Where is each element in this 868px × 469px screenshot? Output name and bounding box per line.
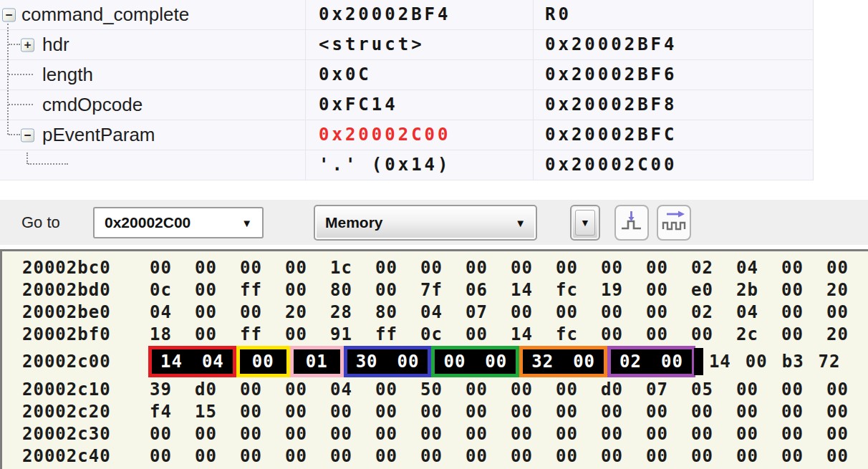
memory-byte[interactable]: 00: [240, 402, 285, 422]
memory-byte[interactable]: 00: [195, 258, 240, 278]
memory-byte[interactable]: 00: [285, 379, 330, 400]
memory-byte[interactable]: 28: [330, 302, 375, 322]
memory-byte[interactable]: 00: [511, 424, 556, 444]
memory-byte[interactable]: ff: [240, 280, 285, 300]
memory-byte[interactable]: 00: [601, 258, 646, 278]
memory-byte[interactable]: 00: [691, 324, 736, 344]
memory-byte[interactable]: 00: [511, 402, 556, 422]
memory-byte[interactable]: 00: [420, 446, 466, 466]
memory-byte[interactable]: 00: [556, 424, 601, 444]
memory-byte[interactable]: 00: [466, 402, 511, 422]
memory-byte[interactable]: 00: [646, 424, 691, 444]
memory-byte[interactable]: 00: [466, 379, 511, 400]
memory-row[interactable]: 20002c20f4150000000000000000000000000000: [2, 400, 868, 422]
watch-row[interactable]: −pEventParam0x20002C000x20002BFC: [0, 120, 813, 150]
memory-byte[interactable]: 15: [195, 402, 240, 422]
memory-byte[interactable]: 0c: [420, 324, 466, 344]
memory-byte[interactable]: 00: [646, 280, 691, 300]
memory-byte[interactable]: 04: [202, 352, 224, 372]
memory-byte[interactable]: 50: [420, 379, 466, 400]
memory-byte[interactable]: 80: [375, 302, 420, 322]
view-selector-dropdown[interactable]: Memory ▼: [314, 205, 537, 241]
memory-byte[interactable]: 00: [375, 280, 420, 300]
memory-byte[interactable]: 1c: [330, 258, 375, 278]
memory-byte[interactable]: 00: [195, 302, 240, 322]
memory-byte[interactable]: 02: [691, 258, 736, 278]
memory-byte[interactable]: 00: [240, 302, 285, 322]
memory-byte[interactable]: 06: [466, 280, 511, 300]
memory-byte[interactable]: ff: [375, 324, 420, 344]
memory-byte[interactable]: 00: [736, 424, 781, 444]
memory-byte[interactable]: 00: [556, 446, 601, 466]
highlighted-byte-group[interactable]: 1404: [148, 346, 236, 377]
memory-byte[interactable]: 19: [601, 280, 646, 300]
watch-row[interactable]: −command_complete0x20002BF4R0: [0, 0, 813, 30]
memory-byte[interactable]: 00: [330, 424, 375, 444]
watch-row[interactable]: '.' (0x14)0x20002C00: [0, 150, 813, 180]
memory-options-dropdown-button[interactable]: ▼: [570, 205, 600, 241]
memory-byte[interactable]: 00: [511, 258, 556, 278]
watch-row[interactable]: cmdOpcode0xFC140x20002BF8: [0, 90, 813, 120]
memory-byte[interactable]: 20: [826, 324, 868, 344]
memory-byte[interactable]: 00: [330, 402, 375, 422]
memory-byte[interactable]: 00: [826, 258, 868, 278]
memory-row[interactable]: 20002c1039d00000040050000000d00705000000: [2, 378, 868, 400]
memory-byte[interactable]: 00: [285, 446, 330, 466]
memory-byte[interactable]: f4: [150, 402, 195, 422]
memory-byte[interactable]: 0c: [150, 280, 195, 300]
memory-byte[interactable]: 00: [781, 258, 826, 278]
memory-byte[interactable]: 04: [736, 302, 781, 322]
memory-byte[interactable]: 00: [511, 379, 556, 400]
memory-byte[interactable]: 00: [511, 302, 556, 322]
live-update-button[interactable]: [657, 205, 691, 241]
memory-byte[interactable]: 7f: [420, 280, 466, 300]
memory-row[interactable]: 20002be004000020288004070000000002040000: [2, 301, 868, 323]
chevron-down-icon[interactable]: ▼: [515, 216, 526, 228]
memory-byte[interactable]: 00: [781, 424, 826, 444]
memory-byte[interactable]: 04: [736, 258, 781, 278]
memory-byte[interactable]: 00: [646, 324, 691, 344]
memory-byte[interactable]: 00: [240, 446, 285, 466]
memory-byte[interactable]: 00: [285, 424, 330, 444]
collapse-icon[interactable]: −: [21, 128, 34, 142]
chevron-down-icon[interactable]: ▼: [241, 216, 252, 228]
memory-byte[interactable]: 00: [781, 280, 826, 300]
memory-byte[interactable]: 00: [646, 402, 691, 422]
memory-byte[interactable]: 01: [306, 352, 328, 372]
memory-byte[interactable]: b3: [782, 352, 804, 372]
memory-byte[interactable]: 00: [556, 302, 601, 322]
highlighted-byte-group[interactable]: 3200: [519, 346, 607, 377]
memory-byte[interactable]: 00: [826, 379, 868, 400]
memory-byte[interactable]: 00: [826, 302, 868, 322]
memory-byte[interactable]: 00: [826, 424, 868, 444]
memory-byte[interactable]: 00: [285, 324, 330, 344]
memory-byte[interactable]: 00: [252, 352, 274, 372]
memory-byte[interactable]: 00: [150, 446, 195, 466]
memory-byte[interactable]: 00: [375, 424, 420, 444]
memory-byte[interactable]: 05: [691, 379, 736, 400]
memory-row-highlighted[interactable]: 20002c001404000130000000320002001400b372: [2, 345, 868, 378]
memory-byte[interactable]: 00: [736, 402, 781, 422]
memory-byte[interactable]: 00: [375, 379, 420, 400]
memory-byte[interactable]: 00: [420, 424, 466, 444]
memory-byte[interactable]: 04: [420, 302, 466, 322]
memory-byte[interactable]: 00: [781, 324, 826, 344]
memory-byte[interactable]: 00: [573, 352, 595, 372]
memory-byte[interactable]: 00: [285, 280, 330, 300]
watch-row[interactable]: +hdr<struct>0x20002BF4: [0, 30, 813, 60]
memory-byte[interactable]: 00: [240, 424, 285, 444]
memory-byte[interactable]: 20: [826, 280, 868, 300]
memory-byte[interactable]: 00: [826, 446, 868, 466]
memory-byte[interactable]: 00: [375, 258, 420, 278]
memory-byte[interactable]: fc: [556, 280, 601, 300]
memory-byte[interactable]: 00: [781, 379, 826, 400]
memory-byte[interactable]: 14: [160, 352, 183, 372]
memory-byte[interactable]: 00: [420, 402, 466, 422]
memory-byte[interactable]: 00: [195, 446, 240, 466]
memory-byte[interactable]: 00: [466, 258, 511, 278]
memory-byte[interactable]: 00: [330, 446, 375, 466]
memory-byte[interactable]: 00: [691, 446, 736, 466]
memory-byte[interactable]: fc: [556, 324, 601, 344]
memory-byte[interactable]: 00: [511, 446, 556, 466]
memory-byte[interactable]: 02: [691, 302, 736, 322]
